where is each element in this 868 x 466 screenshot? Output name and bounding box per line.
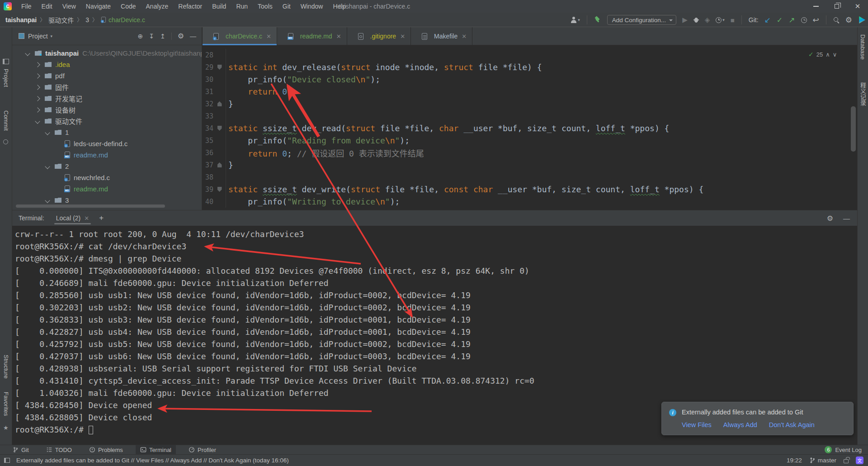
project-panel-title[interactable]: Project [28,33,48,40]
breadcrumb-item[interactable]: 驱动文件 [48,15,74,24]
terminal-hide-icon[interactable]: — [843,214,850,222]
status-message[interactable]: Externally added files can be added to G… [16,457,289,464]
profiler-icon[interactable]: ▾ [716,17,725,23]
chevron-right-icon[interactable] [35,107,40,112]
menu-edit[interactable]: Edit [37,0,57,13]
tab-close-icon[interactable]: ✕ [266,33,271,40]
unlock-icon[interactable] [844,459,849,463]
run-configuration-select[interactable]: Add Configuration... [607,15,676,25]
tree-item[interactable]: .idea [12,59,202,70]
toolwindow-toggle-icon[interactable] [4,458,10,463]
project-view-dropdown-icon[interactable]: ▾ [51,34,53,38]
search-everywhere-icon[interactable] [833,17,840,23]
menu-git[interactable]: Git [278,0,296,13]
bottom-tab-problems[interactable]: Problems [85,445,127,455]
menu-code[interactable]: Code [116,0,141,13]
editor-tab-makefile[interactable]: Makefile✕ [411,27,472,45]
dont-ask-again-link[interactable]: Don't Ask Again [769,421,815,428]
git-commit-icon[interactable]: ✓ [777,16,783,24]
chevron-right-icon[interactable] [35,62,40,67]
always-add-link[interactable]: Always Add [723,421,757,428]
menu-tools[interactable]: Tools [253,0,278,13]
tree-item[interactable]: 固件 [12,81,202,93]
tree-item[interactable]: 2 [12,161,202,172]
menu-navigate[interactable]: Navigate [81,0,116,13]
editor-tab-chardevice-c[interactable]: ccharDevice.c✕ [203,27,277,45]
tab-close-icon[interactable]: ✕ [462,33,467,40]
rollback-icon[interactable]: ↩ [813,15,819,25]
favorites-star-icon[interactable]: ★ [3,424,9,430]
user-account-icon[interactable]: ▾ [571,17,580,23]
tab-close-icon[interactable]: ✕ [336,33,341,40]
panel-settings-gear-icon[interactable]: ⚙ [178,32,184,40]
bottom-tab-profiler[interactable]: Profiler [184,445,221,455]
tool-stripe-structure[interactable]: Structure [3,355,9,379]
coverage-icon[interactable]: ◈ [705,16,710,24]
git-branch-widget[interactable]: master [809,457,836,464]
editor-tab-readme-md[interactable]: MDreadme.md✕ [277,27,347,45]
tree-item[interactable]: 驱动文件 [12,115,202,127]
menu-file[interactable]: File [16,0,37,13]
menu-build[interactable]: Build [207,0,231,13]
fold-open-icon[interactable] [217,187,222,192]
tree-item[interactable]: pdf [12,70,202,81]
build-hammer-icon[interactable] [594,16,601,24]
hide-panel-icon[interactable]: — [190,33,196,40]
chevron-right-icon[interactable] [35,73,40,78]
bottom-tab-git[interactable]: Git [8,445,33,455]
tree-item[interactable]: cleds-user-defind.c [12,138,202,149]
terminal-tab-close-icon[interactable]: ✕ [84,215,89,222]
chevron-down-icon[interactable] [45,198,50,203]
breadcrumb-item[interactable]: 3 [85,16,89,24]
tab-close-icon[interactable]: ✕ [400,33,405,40]
tree-item[interactable]: 开发笔记 [12,93,202,104]
breadcrumb-item[interactable]: ccharDevice.c [101,16,145,24]
translation-plugin-icon[interactable]: 文 [856,456,863,464]
plugin-icon[interactable] [858,16,865,24]
inspections-widget[interactable]: ✓ 25 ∧∨ [808,51,837,58]
editor-scrollbar[interactable] [851,106,856,152]
menu-analyze[interactable]: Analyze [141,0,174,13]
git-update-icon[interactable]: ↙ [764,15,771,25]
tool-stripe-commit[interactable]: Commit [3,110,9,131]
code-editor[interactable]: 2829static int dev_release(struct inode … [203,45,857,210]
collapse-all-icon[interactable]: ↥ [160,33,165,40]
fold-open-icon[interactable] [217,65,222,70]
chevron-down-icon[interactable] [45,130,50,135]
debug-icon[interactable] [693,17,699,23]
bottom-tab-terminal[interactable]: Terminal [136,445,176,455]
commit-target-icon[interactable] [3,139,8,144]
menu-refactor[interactable]: Refactor [173,0,207,13]
menu-view[interactable]: View [57,0,81,13]
tree-item[interactable]: MDreadme.md [12,149,202,161]
tool-stripe-favorites[interactable]: Favorites [3,392,9,416]
history-clock-icon[interactable] [801,17,807,23]
tree-item[interactable]: taishanpaiC:\Users\QINGJUE\Desktop\git\t… [12,48,202,59]
settings-gear-icon[interactable]: ⚙ [845,15,852,25]
terminal-tab-local[interactable]: Local (2)✕ [54,210,91,226]
tree-item[interactable]: 设备树 [12,104,202,115]
fold-open-icon[interactable] [217,126,222,131]
tree-item[interactable]: cnewchrled.c [12,172,202,183]
editor-tab--gitignore[interactable]: .gitignore✕ [347,27,411,45]
locate-file-icon[interactable]: ⊕ [137,33,143,40]
fold-close-icon[interactable] [217,101,222,106]
chevron-down-icon[interactable] [45,164,50,169]
view-files-link[interactable]: View Files [682,421,712,428]
minimize-button[interactable] [806,0,826,13]
project-tool-icon[interactable] [3,59,9,64]
fold-close-icon[interactable] [217,162,222,167]
chevron-down-icon[interactable] [35,119,40,124]
chevron-right-icon[interactable] [35,85,40,90]
close-button[interactable]: ✕ [847,0,868,13]
menu-window[interactable]: Window [296,0,328,13]
restore-button[interactable] [826,0,847,13]
tree-item[interactable]: MDreadme.md [12,183,202,195]
bottom-tab-todo[interactable]: TODO [42,445,76,455]
tool-stripe-project[interactable]: Project [3,69,9,87]
new-terminal-session-icon[interactable]: + [99,214,104,223]
expand-all-icon[interactable]: ↧ [149,33,154,40]
tool-stripe-database[interactable]: Database [859,34,866,60]
chevron-right-icon[interactable] [35,96,40,101]
terminal-settings-gear-icon[interactable]: ⚙ [827,214,833,223]
